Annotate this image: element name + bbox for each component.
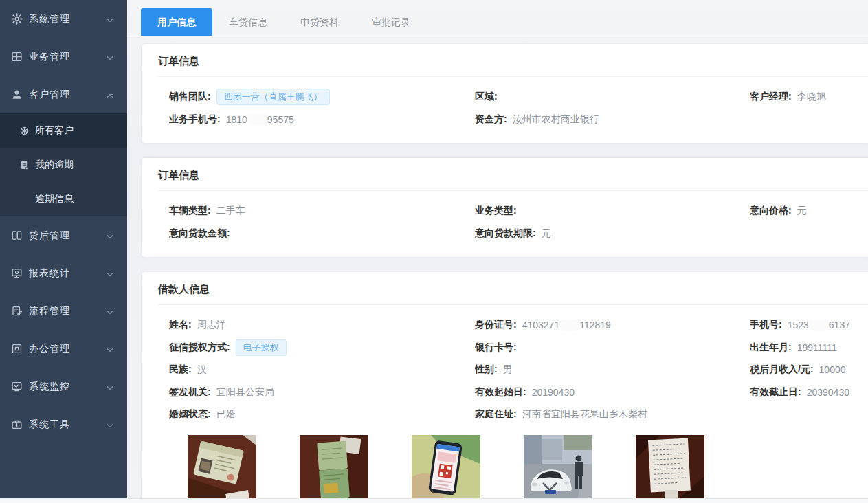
sidebar-subitem-label: 逾期信息 <box>35 193 74 205</box>
sidebar-item-1[interactable]: 系统管理 <box>0 0 127 38</box>
field-value: 元 <box>542 227 551 240</box>
sidebar-subitem-label: 我的逾期 <box>35 159 74 171</box>
field-label: 意向贷款期限: <box>475 227 536 240</box>
field-cell: 有效起始日:20190430 <box>475 386 750 399</box>
field-label: 签发机关: <box>169 386 211 399</box>
sidebar-nav: 系统管理业务管理客户管理所有客户我的逾期逾期信息贷后管理报表统计流程管理办公管理… <box>0 0 127 443</box>
chevron-down-icon <box>107 306 113 317</box>
field-label: 业务手机号: <box>169 113 221 126</box>
sidebar-item-4[interactable]: 贷后管理 <box>0 216 127 254</box>
field-value: 河南省宜阳县花果山乡木柴村 <box>522 408 647 421</box>
photo-item-3: 授权截图 <box>412 435 480 503</box>
sidebar-item-3[interactable]: 客户管理 <box>0 76 127 113</box>
field-label: 身份证号: <box>475 319 517 331</box>
field-cell: 销售团队:四团一营（直属王鹏飞） <box>169 89 475 105</box>
field-label: 婚姻状态: <box>169 408 211 421</box>
sidebar-subitem-2[interactable]: 我的逾期 <box>0 148 127 182</box>
card-body: 车辆类型:二手车业务类型:意向价格:元意向贷款金额:意向贷款期限:元 <box>142 191 868 257</box>
card-3: 借款人信息姓名:周志洋身份证号:4103271112819手机号:1523613… <box>141 271 868 503</box>
gear-icon <box>11 13 23 25</box>
field-value: 李晓旭 <box>797 91 826 103</box>
tab-1[interactable]: 用户信息 <box>141 8 212 36</box>
chevron-down-icon <box>107 52 113 63</box>
field-label: 税后月收入/元: <box>750 364 814 376</box>
field-cell: 性别:男 <box>475 364 750 376</box>
card-body: 销售团队:四团一营（直属王鹏飞）区域:客户经理:李晓旭业务手机号:1810955… <box>142 77 868 143</box>
field-cell: 婚姻状态:已婚 <box>169 408 475 421</box>
sidebar-subitem-label: 所有客户 <box>35 124 74 137</box>
tab-4[interactable]: 审批记录 <box>355 8 427 36</box>
field-value-censored-start: 4103271 <box>522 320 560 331</box>
field-value-censored-end: 112819 <box>579 320 611 331</box>
card-1: 订单信息销售团队:四团一营（直属王鹏飞）区域:客户经理:李晓旭业务手机号:181… <box>141 43 868 144</box>
tab-bar: 用户信息车贷信息申贷资料审批记录 <box>127 0 868 36</box>
wheel-icon <box>19 126 30 136</box>
field-cell: 区域: <box>475 91 750 103</box>
censor-blur <box>248 115 267 124</box>
field-label: 出生年月: <box>750 342 792 354</box>
handwritten-document-photo[interactable] <box>636 435 704 500</box>
sidebar-item-6[interactable]: 流程管理 <box>0 292 127 330</box>
chevron-up-icon <box>107 89 113 100</box>
monitor-icon <box>11 267 23 279</box>
field-label: 民族: <box>169 364 192 376</box>
photo-item-5: 其他材料 <box>636 435 704 503</box>
sidebar-submenu: 所有客户我的逾期逾期信息 <box>0 113 127 216</box>
chevron-down-icon <box>107 268 113 279</box>
field-cell: 意向价格:元 <box>750 205 868 217</box>
card-2: 订单信息车辆类型:二手车业务类型:意向价格:元意向贷款金额:意向贷款期限:元 <box>141 157 868 258</box>
car-with-person-photo[interactable] <box>524 435 592 500</box>
sidebar-subitem-1[interactable]: 所有客户 <box>0 113 127 148</box>
sidebar-item-8[interactable]: 系统监控 <box>0 368 127 405</box>
field-row: 征信授权方式:电子授权银行卡号:出生年月:19911111 <box>169 337 868 359</box>
field-label: 区域: <box>475 91 498 103</box>
sidebar-item-5[interactable]: 报表统计 <box>0 254 127 292</box>
field-row: 民族:汉性别:男税后月收入/元:10000 <box>169 359 868 381</box>
field-cell: 民族:汉 <box>169 364 475 376</box>
field-label: 有效起始日: <box>475 386 526 399</box>
chevron-down-icon <box>107 344 113 355</box>
field-value: 20190430 <box>532 387 575 398</box>
sidebar-subitem-3[interactable]: 逾期信息 <box>0 182 127 216</box>
field-label: 有效截止日: <box>750 386 801 399</box>
sidebar-item-label: 流程管理 <box>29 305 107 317</box>
photo-row: 本人照智能终端照片授权截图人车合影其他材料 <box>188 435 868 503</box>
chevron-down-icon <box>107 14 113 25</box>
field-cell: 有效截止日:20390430 <box>750 386 868 399</box>
sidebar-item-label: 系统工具 <box>29 418 107 431</box>
main-content: 用户信息车贷信息申贷资料审批记录 订单信息销售团队:四团一营（直属王鹏飞）区域:… <box>127 0 868 503</box>
chevron-down-icon <box>107 230 113 241</box>
field-cell: 身份证号:4103271112819 <box>475 319 750 331</box>
sidebar-item-label: 系统监控 <box>29 381 107 393</box>
field-label: 销售团队: <box>169 91 211 103</box>
field-cell: 意向贷款期限:元 <box>475 227 750 240</box>
id-card-photo[interactable] <box>188 435 256 500</box>
photo-item-2: 智能终端照片 <box>300 435 368 503</box>
field-value-censored-end: 6137 <box>829 320 850 331</box>
field-label: 业务类型: <box>475 205 517 217</box>
field-value-tag[interactable]: 四团一营（直属王鹏飞） <box>216 89 330 105</box>
field-cell: 征信授权方式:电子授权 <box>169 339 475 356</box>
horizontal-scrollbar[interactable] <box>0 498 868 503</box>
sidebar-item-label: 办公管理 <box>29 343 107 355</box>
field-cell: 税后月收入/元:10000 <box>750 364 868 376</box>
drivers-license-photo[interactable] <box>300 435 368 500</box>
sidebar-item-label: 贷后管理 <box>29 230 107 242</box>
field-value: 宜阳县公安局 <box>216 386 274 399</box>
sidebar-item-7[interactable]: 办公管理 <box>0 330 127 368</box>
phone-qr-photo[interactable] <box>412 435 480 500</box>
monitor-check-icon <box>11 381 23 392</box>
tab-2[interactable]: 车贷信息 <box>212 8 284 36</box>
field-label: 家庭住址: <box>475 408 517 421</box>
open-book-icon <box>11 230 23 241</box>
sidebar-item-2[interactable]: 业务管理 <box>0 38 127 76</box>
notebook-icon <box>19 160 30 170</box>
field-cell: 手机号:15236137 <box>750 319 868 331</box>
field-value: 二手车 <box>216 205 245 217</box>
card-title: 订单信息 <box>158 44 868 77</box>
field-cell: 银行卡号: <box>475 342 750 354</box>
sidebar-item-9[interactable]: 系统工具 <box>0 405 127 443</box>
field-value: 10000 <box>819 364 846 375</box>
tab-3[interactable]: 申贷资料 <box>284 8 355 36</box>
field-cell: 意向贷款金额: <box>169 227 475 240</box>
